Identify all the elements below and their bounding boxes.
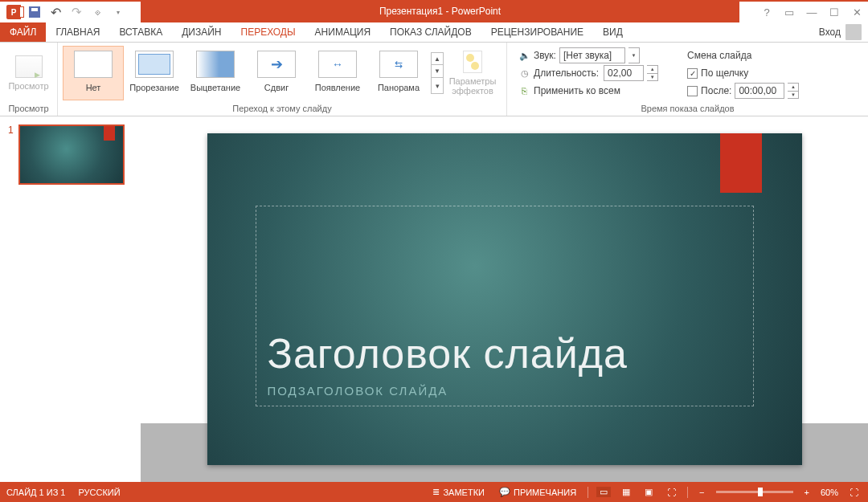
transition-cut[interactable]: Прорезание bbox=[124, 46, 185, 100]
notes-icon: ≣ bbox=[432, 487, 440, 497]
on-click-checkbox[interactable]: ✓ bbox=[687, 68, 698, 79]
comments-label: ПРИМЕЧАНИЯ bbox=[514, 488, 576, 497]
tab-file[interactable]: ФАЙЛ bbox=[0, 22, 46, 42]
zoom-in-button[interactable]: + bbox=[801, 488, 813, 497]
gallery-scroll: ▲ ▼ ▾ bbox=[431, 52, 444, 94]
transition-none[interactable]: Нет bbox=[63, 46, 124, 100]
avatar-icon bbox=[845, 24, 862, 40]
sign-in-button[interactable]: Вход bbox=[819, 22, 862, 42]
transition-appear[interactable]: ↔ Появление bbox=[307, 46, 368, 100]
preview-label: Просмотр bbox=[8, 81, 48, 91]
close-button[interactable]: ✕ bbox=[845, 2, 868, 22]
on-click-label: По щелчку bbox=[701, 67, 748, 79]
effect-options-label: Параметры эффектов bbox=[444, 76, 502, 96]
redo-button[interactable]: ↷ bbox=[68, 3, 85, 21]
notes-button[interactable]: ≣ ЗАМЕТКИ bbox=[429, 487, 488, 497]
slideshow-view-icon: ⛶ bbox=[667, 488, 676, 497]
normal-view-icon: ▭ bbox=[600, 487, 608, 497]
transition-fade[interactable]: Выцветание bbox=[185, 46, 246, 100]
sorter-view-button[interactable]: ▦ bbox=[619, 487, 633, 497]
window-controls: ? ▭ — ☐ ✕ bbox=[755, 2, 868, 22]
reading-view-button[interactable]: ▣ bbox=[641, 487, 656, 497]
tab-home[interactable]: ГЛАВНАЯ bbox=[46, 22, 109, 42]
preview-icon bbox=[15, 55, 43, 78]
tab-insert[interactable]: ВСТАВКА bbox=[109, 22, 172, 42]
after-spinner[interactable]: ▲▼ bbox=[788, 83, 799, 99]
tab-animations[interactable]: АНИМАЦИЯ bbox=[305, 22, 380, 42]
thumbnail-item[interactable]: 1 bbox=[8, 124, 133, 185]
customize-qa-button[interactable]: ▾ bbox=[109, 3, 127, 21]
transition-push-icon: ➔ bbox=[257, 51, 296, 78]
duration-spinner[interactable]: ▲▼ bbox=[647, 65, 658, 81]
title-placeholder[interactable]: Заголовок слайда ПОДЗАГОЛОВОК СЛАЙДА bbox=[256, 206, 754, 406]
fit-to-window-button[interactable]: ⛶ bbox=[846, 488, 862, 497]
maximize-button[interactable]: ☐ bbox=[823, 2, 845, 22]
ribbon-tabs: ФАЙЛ ГЛАВНАЯ ВСТАВКА ДИЗАЙН ПЕРЕХОДЫ АНИ… bbox=[0, 22, 868, 43]
after-input[interactable]: 00:00,00 bbox=[735, 83, 784, 99]
ribbon-display-options-button[interactable]: ▭ bbox=[778, 2, 800, 22]
minimize-button[interactable]: — bbox=[800, 2, 823, 22]
tab-view[interactable]: ВИД bbox=[593, 22, 633, 42]
effect-options-button[interactable]: Параметры эффектов bbox=[444, 46, 502, 100]
slideshow-view-button[interactable]: ⛶ bbox=[664, 488, 679, 497]
transition-appear-label: Появление bbox=[315, 83, 360, 92]
transition-pan-label: Панорама bbox=[378, 83, 420, 92]
thumb-ribbon-decor bbox=[104, 126, 115, 141]
transition-fade-icon bbox=[196, 51, 235, 78]
transition-gallery: Нет Прорезание Выцветание ➔ Сдвиг bbox=[63, 46, 444, 100]
start-from-beginning-button[interactable]: ⟐ bbox=[88, 3, 106, 21]
comments-button[interactable]: 💬 ПРИМЕЧАНИЯ bbox=[496, 487, 579, 497]
zoom-level[interactable]: 60% bbox=[821, 488, 838, 497]
after-label: После: bbox=[701, 85, 731, 96]
sound-dropdown[interactable]: ▼ bbox=[628, 47, 640, 63]
gallery-scroll-up[interactable]: ▲ bbox=[431, 52, 444, 65]
save-button[interactable] bbox=[26, 3, 43, 21]
tab-slideshow[interactable]: ПОКАЗ СЛАЙДОВ bbox=[380, 22, 481, 42]
window-title: Презентация1 - PowerPoint bbox=[141, 0, 739, 22]
slide-subtitle-text[interactable]: ПОДЗАГОЛОВОК СЛАЙДА bbox=[268, 384, 742, 398]
language-button[interactable]: РУССКИЙ bbox=[78, 488, 120, 497]
slide-title-text[interactable]: Заголовок слайда bbox=[268, 329, 742, 384]
undo-button[interactable]: ↶ bbox=[47, 3, 64, 21]
transition-push-label: Сдвиг bbox=[264, 83, 289, 92]
ribbon-group-label-preview: Просмотр bbox=[0, 101, 57, 116]
status-bar: СЛАЙД 1 ИЗ 1 РУССКИЙ ≣ ЗАМЕТКИ 💬 ПРИМЕЧА… bbox=[0, 482, 868, 502]
transition-none-icon bbox=[74, 51, 113, 78]
duration-label: Длительность: bbox=[534, 67, 599, 79]
slide-editor[interactable]: Заголовок слайда ПОДЗАГОЛОВОК СЛАЙДА bbox=[141, 116, 868, 482]
ribbon-group-preview: Просмотр Просмотр bbox=[0, 43, 58, 116]
transition-pan[interactable]: ⇆ Панорама bbox=[368, 46, 429, 100]
gallery-expand[interactable]: ▾ bbox=[431, 78, 444, 94]
effect-options-icon bbox=[463, 51, 482, 73]
help-button[interactable]: ? bbox=[755, 2, 778, 22]
duration-input[interactable]: 02,00 bbox=[604, 65, 644, 81]
after-checkbox[interactable] bbox=[687, 86, 698, 96]
gallery-scroll-down[interactable]: ▼ bbox=[431, 65, 444, 78]
sound-select[interactable]: [Нет звука] bbox=[559, 47, 625, 63]
sound-label: Звук: bbox=[534, 50, 556, 61]
apply-all-label: Применить ко всем bbox=[534, 85, 620, 96]
slide-counter[interactable]: СЛАЙД 1 ИЗ 1 bbox=[6, 488, 65, 497]
transition-push[interactable]: ➔ Сдвиг bbox=[246, 46, 307, 100]
reading-view-icon: ▣ bbox=[645, 487, 653, 497]
zoom-slider[interactable] bbox=[716, 491, 793, 493]
transition-pan-icon: ⇆ bbox=[379, 51, 418, 78]
zoom-knob[interactable] bbox=[758, 488, 763, 496]
slide-canvas[interactable]: Заголовок слайда ПОДЗАГОЛОВОК СЛАЙДА bbox=[207, 133, 802, 465]
app-logo: P bbox=[5, 3, 23, 21]
timing-right-column: Смена слайда ✓ По щелчку После: 00:00,00… bbox=[681, 46, 805, 99]
thumbnail-preview bbox=[18, 124, 125, 185]
zoom-out-button[interactable]: − bbox=[696, 488, 707, 497]
separator bbox=[588, 487, 588, 498]
transition-appear-icon: ↔ bbox=[318, 51, 357, 78]
comments-icon: 💬 bbox=[499, 487, 510, 497]
normal-view-button[interactable]: ▭ bbox=[596, 487, 611, 497]
slide-ribbon-decor bbox=[720, 133, 762, 193]
tab-transitions[interactable]: ПЕРЕХОДЫ bbox=[231, 22, 305, 42]
apply-to-all-button[interactable]: ⎘ Применить ко всем bbox=[518, 83, 658, 99]
tab-design[interactable]: ДИЗАЙН bbox=[172, 22, 231, 42]
preview-button[interactable]: Просмотр bbox=[5, 46, 52, 100]
slide-thumbnail-panel: 1 bbox=[0, 116, 141, 482]
advance-title: Смена слайда bbox=[687, 50, 751, 61]
tab-review[interactable]: РЕЦЕНЗИРОВАНИЕ bbox=[481, 22, 593, 42]
